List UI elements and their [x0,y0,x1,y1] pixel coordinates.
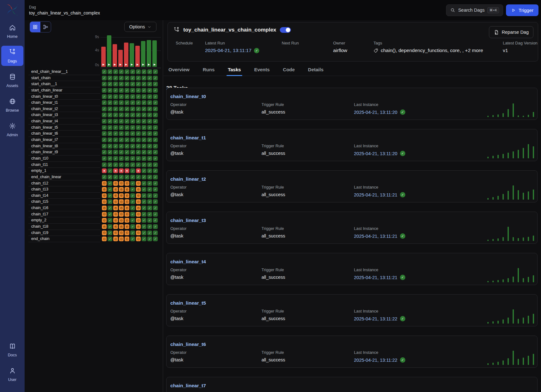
mini-bar[interactable] [487,363,489,365]
task-instance-success[interactable]: ✓ [153,69,158,74]
tab-tasks[interactable]: Tasks [226,67,242,76]
task-instance-success[interactable]: ✓ [130,212,135,217]
task-instance-success[interactable]: ✓ [142,144,146,149]
mini-bar[interactable] [508,278,509,282]
mini-bar[interactable] [487,157,489,158]
task-instance-success[interactable]: ✓ [153,137,158,142]
mini-bar[interactable] [518,268,519,282]
mini-bar[interactable] [518,359,519,365]
task-instance-success[interactable]: ✓ [119,125,124,130]
breadcrumb-dag[interactable]: Dag [29,5,100,9]
task-instance-upstream_failed[interactable] [136,224,141,229]
task-instance-success[interactable]: ✓ [153,218,158,223]
task-instance-success[interactable]: ✓ [113,88,118,93]
task-row-label[interactable]: chain_t10 [31,156,48,161]
task-instance-success[interactable]: ✓ [147,94,152,99]
last-instance-link[interactable]: 2025-04-21, 13:11:22 [354,316,397,321]
task-instance-success[interactable]: ✓ [108,156,112,161]
task-instance-success[interactable]: ✓ [130,175,135,179]
task-instance-success[interactable]: ✓ [102,137,107,142]
task-row-label[interactable]: chain_linear_t8 [31,144,58,148]
mini-bar[interactable] [508,318,509,324]
task-row-label[interactable]: chain_t12 [31,181,48,185]
task-instance-success[interactable]: ✓ [130,237,135,241]
task-instance-success[interactable]: ✓ [108,212,112,217]
task-instance-success[interactable]: ✓ [119,69,124,74]
mini-bar[interactable] [528,316,529,324]
task-instance-failed[interactable]: ✕ [125,168,129,173]
task-instance-upstream_failed[interactable] [102,193,107,198]
task-instance-success[interactable]: ✓ [119,88,124,93]
task-instance-success[interactable]: ✓ [153,125,158,130]
task-instance-success[interactable]: ✓ [147,181,152,186]
task-instance-success[interactable]: ✓ [147,168,152,173]
task-instance-success[interactable]: ✓ [142,76,146,80]
task-instance-success[interactable]: ✓ [102,162,107,167]
mini-bar[interactable] [503,237,504,241]
task-instance-success[interactable]: ✓ [113,175,118,179]
task-instance-success[interactable]: ✓ [147,224,152,229]
mini-bar[interactable] [528,237,529,241]
task-instance-success[interactable]: ✓ [113,150,118,155]
last-instance-link[interactable]: 2025-04-21, 13:11:21 [354,275,397,280]
task-instance-success[interactable]: ✓ [130,193,135,198]
task-row-label[interactable]: chain_t19 [31,231,48,235]
mini-bar[interactable] [487,116,489,117]
task-instance-upstream_failed[interactable] [136,212,141,217]
mini-bar[interactable] [513,151,514,158]
mini-bar[interactable] [497,238,499,241]
sidebar-item-dags[interactable]: Dags [1,46,23,66]
task-instance-upstream_failed[interactable] [136,199,141,204]
task-instance-upstream_failed[interactable] [119,193,124,198]
task-name-link[interactable]: chain_linear_t7 [170,383,206,389]
task-row-label[interactable]: end_chain_linear [31,175,61,179]
task-instance-success[interactable]: ✓ [130,218,135,223]
task-instance-upstream_failed[interactable] [113,224,118,229]
task-instance-upstream_failed[interactable] [113,231,118,235]
task-row-label[interactable]: chain_t17 [31,212,48,216]
mini-bar[interactable] [533,275,534,282]
task-instance-success[interactable]: ✓ [119,162,124,167]
mini-bar[interactable] [503,113,504,117]
task-instance-success[interactable]: ✓ [147,144,152,149]
task-instance-success[interactable]: ✓ [153,175,158,179]
task-instance-success[interactable]: ✓ [130,107,135,111]
task-instance-upstream_failed[interactable] [102,187,107,192]
task-instance-success[interactable]: ✓ [108,168,112,173]
task-instance-success[interactable]: ✓ [130,125,135,130]
task-instance-success[interactable]: ✓ [136,119,141,124]
task-instance-upstream_failed[interactable] [113,237,118,241]
task-instance-success[interactable]: ✓ [136,156,141,161]
task-name-link[interactable]: chain_linear_t0 [170,94,206,99]
task-instance-success[interactable]: ✓ [142,88,146,93]
task-instance-success[interactable]: ✓ [142,131,146,136]
last-instance-link[interactable]: 2025-04-21, 13:11:20 [354,110,397,115]
trigger-button[interactable]: Trigger [506,4,538,16]
task-instance-success[interactable]: ✓ [147,137,152,142]
dag-enabled-toggle[interactable] [280,27,291,33]
task-instance-success[interactable]: ✓ [113,131,118,136]
task-instance-success[interactable]: ✓ [113,162,118,167]
task-instance-success[interactable]: ✓ [102,107,107,111]
task-instance-success[interactable]: ✓ [113,144,118,149]
task-instance-success[interactable]: ✓ [153,199,158,204]
task-instance-upstream_failed[interactable] [119,224,124,229]
task-instance-success[interactable]: ✓ [125,175,129,179]
task-instance-success[interactable]: ✓ [142,218,146,223]
task-instance-upstream_failed[interactable] [136,187,141,192]
mini-bar[interactable] [528,144,529,158]
task-instance-success[interactable]: ✓ [142,137,146,142]
dag-run-bar-success[interactable]: ▶ [107,35,111,67]
task-instance-upstream_failed[interactable] [125,212,129,217]
task-instance-success[interactable]: ✓ [130,199,135,204]
tab-events[interactable]: Events [253,67,271,76]
mini-bar[interactable] [523,318,524,324]
mini-bar[interactable] [487,240,489,241]
task-instance-failed[interactable]: ✕ [136,168,141,173]
task-instance-success[interactable]: ✓ [130,144,135,149]
task-instance-success[interactable]: ✓ [102,150,107,155]
mini-bar[interactable] [492,363,494,365]
task-row-label[interactable]: start_chain__1 [31,82,57,86]
task-instance-success[interactable]: ✓ [119,100,124,105]
task-instance-success[interactable]: ✓ [147,218,152,223]
